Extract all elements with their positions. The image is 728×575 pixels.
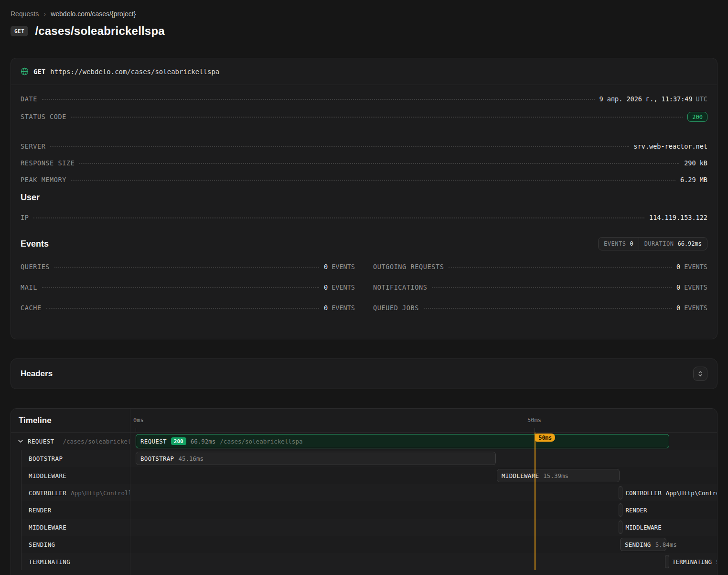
field-row: DATE9 апр. 2026 г., 11:37:49UTC <box>21 95 707 103</box>
headers-card: Headers <box>11 358 717 389</box>
counter-unit: EVENTS <box>684 304 707 312</box>
timeline-chart-row: TERMINATING534 <box>130 553 717 570</box>
request-url-header: GET https://webdelo.com/cases/soleabrick… <box>11 58 717 85</box>
timeline-bar-sending[interactable]: SENDING5.84ms <box>620 538 666 551</box>
timeline-axis: 0ms50ms <box>130 409 717 433</box>
bar-outside-label: CONTROLLERApp\Http\Controllers <box>625 486 717 499</box>
event-counters-grid: QUERIES0EVENTSMAIL0EVENTSCACHE0EVENTS OU… <box>21 263 707 325</box>
axis-tick <box>136 428 136 432</box>
bar-duration: 534 <box>716 558 717 565</box>
bar-duration: 45.16ms <box>178 455 203 462</box>
timeline-row-name: RENDER <box>29 507 52 514</box>
counter-label: QUEUED JOBS <box>373 304 419 312</box>
timeline-chart-row: REQUEST20066.92ms/cases/soleabrickellspa <box>130 433 717 450</box>
axis-tick-label: 50ms <box>527 417 541 423</box>
counter-value: 0 <box>676 283 680 291</box>
timeline-bar-request[interactable]: REQUEST20066.92ms/cases/soleabrickellspa <box>136 434 669 448</box>
field-row: SERVERsrv.web-reactor.net <box>21 142 707 150</box>
timeline-row-name: BOOTSTRAP <box>29 455 63 462</box>
bar-name: TERMINATING <box>672 558 712 565</box>
page-title-row: GET /cases/soleabrickellspa <box>11 24 717 38</box>
field-value: 9 апр. 2026 г., 11:37:49 <box>600 95 693 103</box>
dotted-leader <box>33 217 644 218</box>
time-cursor-label: 50ms <box>535 434 556 442</box>
request-fields-secondary: SERVERsrv.web-reactor.netRESPONSE SIZE29… <box>21 142 707 184</box>
events-count-label: EVENTS <box>604 240 626 247</box>
counter-label: MAIL <box>21 283 37 291</box>
field-label: STATUS CODE <box>21 113 66 120</box>
events-summary-badge: EVENTS 0 DURATION 66.92ms <box>598 237 707 250</box>
events-count-segment: EVENTS 0 <box>599 238 639 250</box>
event-counter-row: QUERIES0EVENTS <box>21 263 355 271</box>
axis-tick <box>535 428 535 432</box>
bar-name: BOOTSTRAP <box>140 455 174 462</box>
timeline-bar-middleware[interactable] <box>619 521 622 534</box>
timeline-row-label: MIDDLEWARE <box>21 519 130 536</box>
events-section-heading: Events <box>21 239 49 249</box>
bar-path: /cases/soleabrickellspa <box>220 438 302 445</box>
counter-value: 0 <box>324 263 328 271</box>
field-label: IP <box>21 214 29 221</box>
timeline-card: Timeline REQUEST/cases/soleabrickellspaB… <box>11 408 717 575</box>
event-counter-row: CACHE0EVENTS <box>21 304 355 312</box>
field-row: RESPONSE SIZE290 kB <box>21 159 707 167</box>
timeline-chart: 0ms50ms REQUEST20066.92ms/cases/soleabri… <box>130 409 717 575</box>
field-label: SERVER <box>21 142 45 150</box>
user-section-heading: User <box>21 193 707 203</box>
timeline-row-label[interactable]: REQUEST/cases/soleabrickellspa <box>11 433 130 450</box>
events-count-value: 0 <box>630 240 633 247</box>
timeline-bar-middleware[interactable]: MIDDLEWARE15.39ms <box>497 469 620 482</box>
field-value-suffix: UTC <box>696 95 707 103</box>
field-label: RESPONSE SIZE <box>21 159 75 167</box>
user-fields: IP114.119.153.122 <box>21 214 707 221</box>
timeline-heading: Timeline <box>19 416 52 425</box>
timeline-bar-terminating[interactable] <box>665 555 669 568</box>
breadcrumb: Requests › webdelo.com/cases/{project} <box>11 10 717 18</box>
timeline-sub-rows: BOOTSTRAPMIDDLEWARECONTROLLERApp\Http\Co… <box>21 450 130 570</box>
headers-expand-button[interactable] <box>693 367 707 381</box>
duration-segment: DURATION 66.92ms <box>639 238 707 250</box>
timeline-row-name: MIDDLEWARE <box>29 524 66 531</box>
bar-duration: 15.39ms <box>543 472 568 479</box>
counter-value: 0 <box>324 283 328 291</box>
time-cursor-line[interactable] <box>535 433 535 570</box>
counter-unit: EVENTS <box>332 283 355 291</box>
dotted-leader <box>54 267 319 268</box>
timeline-row-label: CONTROLLERApp\Http\Controllers <box>21 484 130 501</box>
breadcrumb-root[interactable]: Requests <box>11 10 39 18</box>
event-counters-left: QUERIES0EVENTSMAIL0EVENTSCACHE0EVENTS <box>21 263 355 325</box>
bar-outside-label: RENDER <box>625 503 647 517</box>
dotted-leader <box>42 99 595 100</box>
timeline-row-labels: REQUEST/cases/soleabrickellspaBOOTSTRAPM… <box>11 433 130 570</box>
timeline-chart-row: RENDER <box>130 501 717 519</box>
axis-tick-label: 0ms <box>133 417 144 423</box>
counter-unit: EVENTS <box>684 283 707 291</box>
timeline-bar-controller[interactable] <box>619 486 622 499</box>
events-section-header: Events EVENTS 0 DURATION 66.92ms <box>21 237 707 250</box>
counter-value: 0 <box>676 304 680 312</box>
timeline-row-label: MIDDLEWARE <box>21 467 130 484</box>
timeline-chart-row: CONTROLLERApp\Http\Controllers <box>130 484 717 501</box>
timeline-row-name: TERMINATING <box>29 558 70 565</box>
unfold-chevrons-icon <box>697 370 704 377</box>
event-counter-row: MAIL0EVENTS <box>21 283 355 291</box>
timeline-bar-render[interactable] <box>619 503 622 517</box>
field-value: srv.web-reactor.net <box>634 142 707 150</box>
timeline-row-subtext: App\Http\Controllers <box>71 489 130 497</box>
bar-outside-label: MIDDLEWARE <box>625 521 661 534</box>
counter-label: OUTGOING REQUESTS <box>373 263 444 271</box>
timeline-bar-bootstrap[interactable]: BOOTSTRAP45.16ms <box>136 452 496 465</box>
breadcrumb-chevron-icon: › <box>43 10 46 18</box>
field-label: DATE <box>21 95 37 103</box>
bar-duration: 5.84ms <box>655 541 677 548</box>
duration-value: 66.92ms <box>677 240 702 247</box>
field-row: PEAK MEMORY6.29 MB <box>21 176 707 184</box>
field-row: IP114.119.153.122 <box>21 214 707 221</box>
field-value: 6.29 MB <box>680 176 707 184</box>
status-code-badge: 200 <box>687 112 707 122</box>
page-title: /cases/soleabrickellspa <box>35 24 164 38</box>
timeline-chart-row: MIDDLEWARE15.39ms <box>130 467 717 484</box>
dotted-leader <box>424 308 672 309</box>
timeline-chart-row: MIDDLEWARE <box>130 519 717 536</box>
timeline-row-subtext: /cases/soleabrickellspa <box>63 438 130 445</box>
